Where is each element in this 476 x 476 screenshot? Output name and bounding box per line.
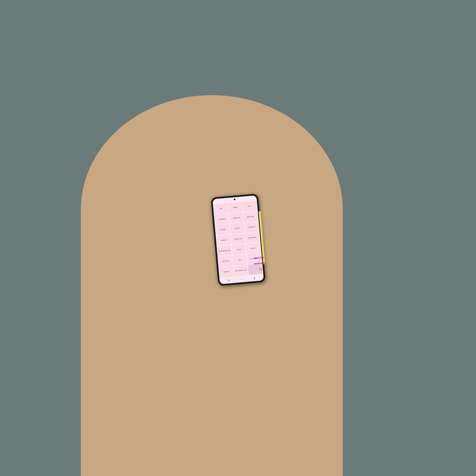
phone-wrapper: REDGREENBLUERECEIVERVIBRATIONMEGA CAMSEN… (211, 193, 266, 286)
recents-button[interactable]: ||| (228, 279, 230, 282)
grid-cell-blue[interactable]: BLUE (242, 201, 257, 212)
grid-cell-mst-test[interactable]: MST TEST (218, 256, 233, 267)
grid-cell-red[interactable]: RED (214, 203, 228, 214)
grid-cell-black[interactable]: BLACK (232, 244, 246, 255)
home-button[interactable]: ○ (241, 278, 242, 281)
grid-cell-sensor[interactable]: SENSOR (216, 224, 230, 235)
grid-cell-△speaker▽[interactable]: △SPEAKER▽ (244, 221, 259, 233)
grid-cell-mlc[interactable]: MLC (233, 255, 247, 266)
defect-annotation: Black dots + stratification (253, 256, 265, 265)
grid-cell-gripsensor[interactable]: GRIPSENSOR (245, 232, 260, 243)
test-menu-grid: REDGREENBLUERECEIVERVIBRATIONMEGA CAMSEN… (213, 199, 263, 278)
grid-cell-receiver[interactable]: RECEIVER (215, 214, 229, 225)
grid-cell-green[interactable]: GREEN (228, 202, 243, 213)
phone-outer: REDGREENBLUERECEIVERVIBRATIONMEGA CAMSEN… (211, 193, 266, 286)
grid-cell-sensorhub-test[interactable]: SENSORHUB TEST (218, 245, 232, 256)
grid-cell-hall-ic[interactable]: HALL IC (246, 243, 261, 254)
grid-cell-sub-key[interactable]: SUB KEY (217, 235, 231, 246)
hand-background (81, 95, 343, 476)
grid-cell-front-cam[interactable]: FRONT CAM (231, 233, 245, 244)
front-camera (234, 199, 236, 200)
grid-cell-tof-camera-test[interactable]: TOF CAMERA TEST (234, 265, 248, 276)
grid-cell-vibration[interactable]: VIBRATION (229, 212, 243, 223)
phone-screen: REDGREENBLUERECEIVERVIBRATIONMEGA CAMSEN… (213, 195, 264, 284)
grid-cell-touch[interactable]: TOUCH (230, 223, 244, 234)
scene: REDGREENBLUERECEIVERVIBRATIONMEGA CAMSEN… (0, 0, 476, 476)
back-button[interactable]: ❮ (253, 277, 255, 280)
grid-cell-mega-cam[interactable]: MEGA CAM (243, 211, 258, 222)
grid-cell-version[interactable]: VERSION (219, 266, 234, 277)
